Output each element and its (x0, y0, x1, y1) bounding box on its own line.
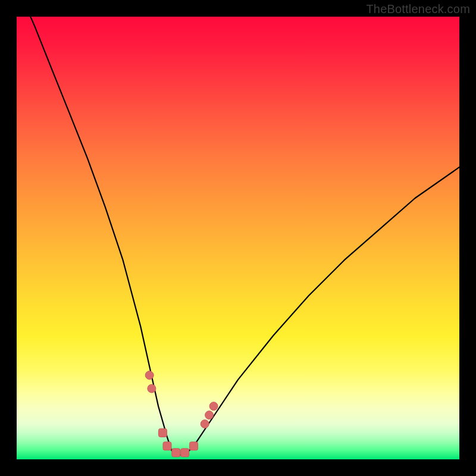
marker-point (201, 420, 209, 428)
marker-point (145, 371, 154, 380)
marker-point (148, 384, 156, 393)
marker-point (172, 449, 180, 457)
marker-group (145, 371, 218, 457)
marker-point (190, 442, 198, 450)
plot-area (17, 17, 459, 459)
marker-point (205, 411, 214, 419)
watermark-text: TheBottleneck.com (366, 2, 470, 16)
curve-layer (17, 17, 459, 459)
marker-point (163, 442, 171, 450)
marker-point (181, 449, 189, 457)
chart-frame: TheBottleneck.com (0, 0, 476, 476)
marker-point (209, 402, 218, 411)
marker-point (159, 428, 167, 437)
bottleneck-curve (17, 17, 459, 455)
